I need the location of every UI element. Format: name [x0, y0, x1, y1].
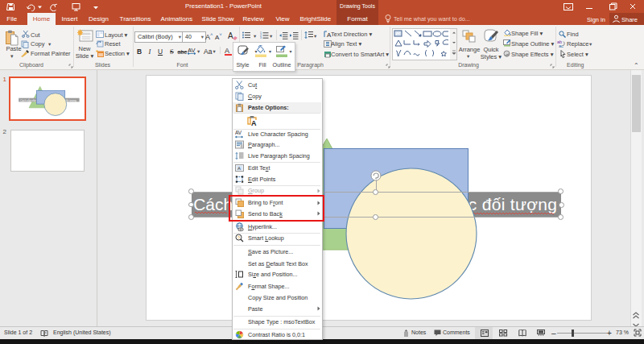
svg-text:Cách sắp xếp: Cách sắp xếp [20, 98, 36, 102]
svg-text:3: 3 [260, 36, 262, 39]
svg-text:A: A [237, 166, 241, 171]
svg-text:AV: AV [235, 130, 242, 135]
svg-text:A: A [251, 118, 257, 126]
svg-text:A: A [228, 31, 233, 40]
svg-text:x: x [45, 330, 47, 334]
svg-text:đối tượng: đối tượng [65, 99, 76, 102]
